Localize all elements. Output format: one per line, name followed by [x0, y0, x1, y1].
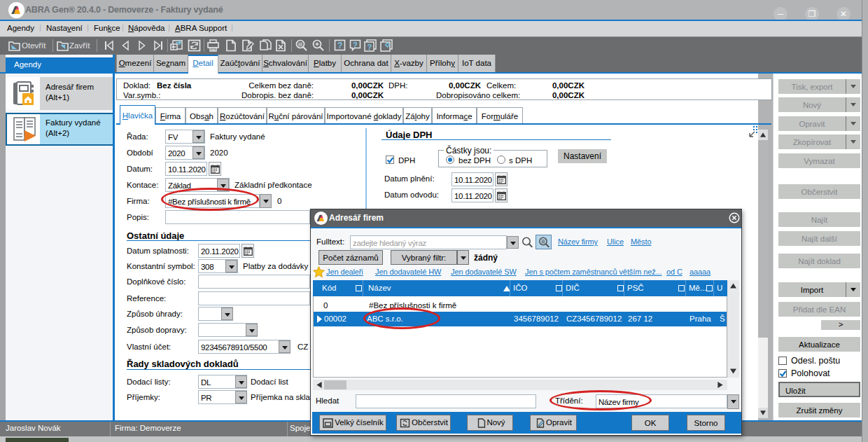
svg-text:?: ?	[353, 41, 358, 49]
svg-text:?: ?	[337, 41, 342, 50]
svg-text:?: ?	[368, 43, 372, 51]
